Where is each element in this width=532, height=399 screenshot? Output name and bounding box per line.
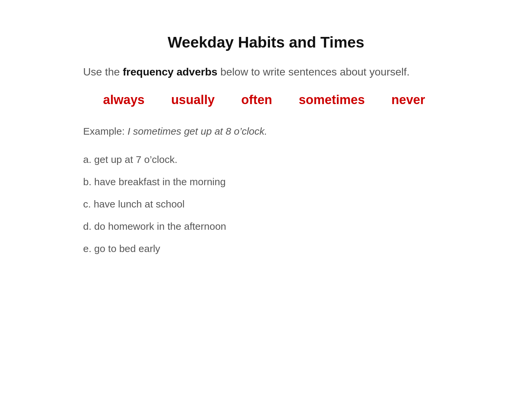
exercise-label-a: a. [83, 154, 91, 165]
exercise-text-b: have breakfast in the morning [91, 176, 226, 187]
exercise-item-b: b. have breakfast in the morning [83, 174, 449, 189]
exercise-text-a: get up at 7 o’clock. [91, 154, 178, 165]
instruction-text: Use the frequency adverbs below to write… [83, 65, 449, 79]
adverb-sometimes: sometimes [299, 93, 365, 107]
page-container: Weekday Habits and Times Use the frequen… [83, 20, 449, 263]
exercise-item-c: c. have lunch at school [83, 197, 449, 211]
exercise-label-b: b. [83, 176, 91, 187]
exercise-label-c: c. [83, 199, 91, 209]
exercise-text-e: go to bed early [91, 243, 160, 254]
exercise-label-e: e. [83, 243, 91, 254]
adverb-always: always [103, 93, 145, 107]
exercise-text-c: have lunch at school [91, 199, 185, 209]
example-label: Example: [83, 126, 127, 137]
adverb-never: never [391, 93, 425, 107]
exercise-item-a: a. get up at 7 o’clock. [83, 152, 449, 167]
instruction-prefix: Use the [83, 66, 123, 78]
adverbs-row: always usually often sometimes never [83, 93, 449, 107]
page-title: Weekday Habits and Times [83, 33, 449, 51]
instruction-suffix: below to write sentences about yourself. [217, 66, 410, 78]
exercise-item-d: d. do homework in the afternoon [83, 219, 449, 234]
adverb-often: often [241, 93, 272, 107]
exercise-item-e: e. go to bed early [83, 241, 449, 256]
example-italic: I sometimes get up at 8 o’clock. [127, 126, 267, 137]
instruction-bold: frequency adverbs [123, 66, 217, 78]
exercise-label-d: d. [83, 221, 91, 232]
example-text: Example: I sometimes get up at 8 o’clock… [83, 124, 449, 139]
exercise-list: a. get up at 7 o’clock. b. have breakfas… [83, 152, 449, 256]
exercise-text-d: do homework in the afternoon [91, 221, 226, 232]
adverb-usually: usually [171, 93, 215, 107]
